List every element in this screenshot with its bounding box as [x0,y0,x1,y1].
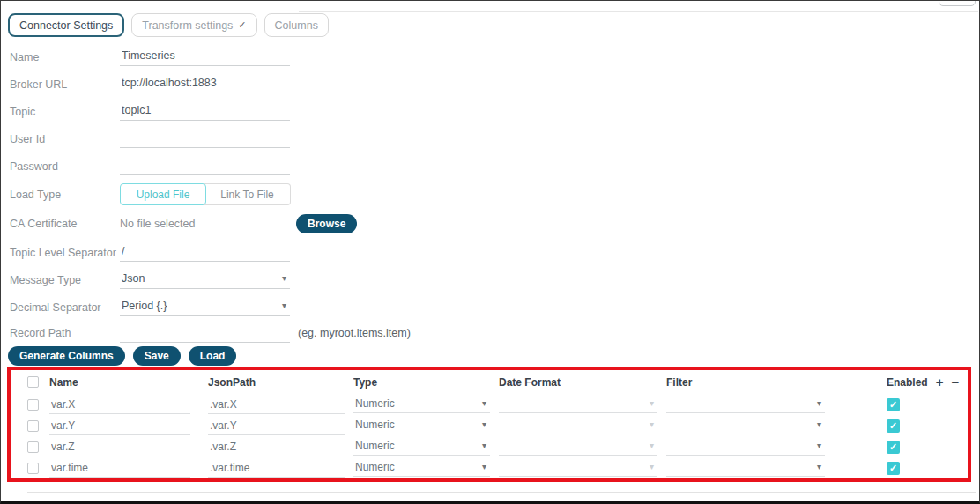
message-type-label: Message Type [10,274,120,286]
checkmark-icon: ✓ [238,19,246,31]
load-type-toggle: Upload File Link To File [120,183,291,205]
row-select-checkbox[interactable] [27,463,39,474]
column-filter-select[interactable]: ▾ [666,397,825,413]
user-id-label: User Id [10,133,120,145]
header-filter: Filter [666,376,887,389]
load-type-link-to-file-option[interactable]: Link To File [204,183,291,205]
tab-columns-label: Columns [275,19,318,32]
enabled-checkbox[interactable]: ✓ [887,419,900,433]
form-row-ca-certificate: CA Certificate No file selected Browse [10,209,627,239]
upload-file-option-label: Upload File [137,189,190,201]
column-jsonpath-input[interactable] [208,461,345,478]
table-row: Numeric ▾ ▾ ▾ ✓ [11,394,968,415]
enabled-checkbox[interactable]: ✓ [887,462,900,475]
chevron-down-icon: ▾ [650,441,654,450]
form-row-topic: Topic [10,98,627,125]
form-row-password: Password [10,152,627,180]
chevron-down-icon: ▾ [650,399,654,408]
password-label: Password [10,160,120,173]
chevron-down-icon: ▾ [482,441,486,450]
column-date-format-select[interactable]: ▾ [499,439,657,456]
row-select-checkbox[interactable] [27,399,39,411]
link-to-file-option-label: Link To File [220,189,273,201]
tab-columns[interactable]: Columns [264,13,329,37]
load-type-label: Load Type [10,189,120,201]
columns-table-header-row: Name JsonPath Type Date Format Filter En… [11,370,968,394]
record-path-input[interactable] [120,324,290,343]
top-divider-line [299,11,978,12]
decimal-separator-value: Period {.} [122,300,167,312]
table-row: Numeric ▾ ▾ ▾ ✓ [11,415,968,436]
column-jsonpath-input[interactable] [208,419,345,435]
column-name-input[interactable] [49,419,190,435]
column-date-format-select[interactable]: ▾ [499,397,657,413]
header-date-format: Date Format [499,376,666,389]
chevron-down-icon: ▾ [817,420,821,429]
column-name-input[interactable] [49,440,190,456]
load-type-upload-file-option[interactable]: Upload File [120,183,206,205]
chevron-down-icon: ▾ [482,399,486,408]
column-type-select[interactable]: Numeric ▾ [353,460,490,477]
broker-url-input[interactable] [120,75,290,93]
password-input[interactable] [120,157,290,175]
column-filter-select[interactable]: ▾ [666,460,825,477]
bottom-divider-line [27,492,976,493]
column-type-select[interactable]: Numeric ▾ [353,397,490,413]
topic-level-separator-input[interactable] [120,243,290,262]
record-path-hint: (eg. myroot.items.item) [298,327,411,339]
header-jsonpath: JsonPath [208,376,353,389]
header-type: Type [353,376,499,389]
ca-certificate-label: CA Certificate [10,218,120,230]
tab-connector-settings[interactable]: Connector Settings [8,13,124,37]
chevron-down-icon: ▾ [282,274,286,283]
column-name-input[interactable] [49,397,190,414]
column-type-select[interactable]: Numeric ▾ [353,439,490,456]
message-type-select[interactable]: Json ▾ [120,271,290,289]
topic-level-separator-label: Topic Level Separator [10,247,120,259]
name-input[interactable] [120,48,290,66]
select-all-checkbox[interactable] [27,376,39,388]
cropped-top-right-button[interactable] [939,0,976,6]
decimal-separator-label: Decimal Separator [10,301,120,314]
chevron-down-icon: ▾ [817,399,821,408]
chevron-down-icon: ▾ [650,420,654,429]
user-id-input[interactable] [120,130,290,148]
tab-connector-settings-label: Connector Settings [19,19,113,32]
column-jsonpath-input[interactable] [208,440,345,456]
column-date-format-select[interactable]: ▾ [499,418,657,434]
chevron-down-icon: ▾ [482,463,486,471]
topic-input[interactable] [120,102,290,121]
connector-settings-page: Connector Settings Transform settings ✓ … [0,0,980,504]
row-select-checkbox[interactable] [27,441,39,453]
ca-certificate-file-status: No file selected [120,218,290,230]
chevron-down-icon: ▾ [817,463,821,471]
header-enabled: Enabled [887,376,928,389]
enabled-checkbox[interactable]: ✓ [887,441,900,454]
browse-button[interactable]: Browse [296,214,357,233]
generate-columns-button[interactable]: Generate Columns [8,346,125,366]
form-row-user-id: User Id [10,125,627,152]
form-row-record-path: Record Path (eg. myroot.items.item) [10,321,627,345]
form-row-broker-url: Broker URL [10,70,627,98]
table-row: Numeric ▾ ▾ ▾ ✓ [11,457,968,478]
tab-transform-settings[interactable]: Transform settings ✓ [131,13,256,37]
chevron-down-icon: ▾ [650,463,654,471]
add-column-icon[interactable]: + [936,375,944,389]
column-jsonpath-input[interactable] [208,397,345,414]
column-filter-select[interactable]: ▾ [666,439,825,456]
row-select-checkbox[interactable] [27,420,39,432]
decimal-separator-select[interactable]: Period {.} ▾ [120,298,290,316]
table-action-buttons: Generate Columns Save Load [8,346,236,366]
column-name-input[interactable] [49,461,190,478]
topic-label: Topic [10,106,120,118]
column-filter-select[interactable]: ▾ [666,418,825,434]
column-type-select[interactable]: Numeric ▾ [353,418,490,434]
save-button[interactable]: Save [133,346,181,366]
remove-column-icon[interactable]: − [951,375,959,389]
message-type-value: Json [122,272,145,285]
chevron-down-icon: ▾ [482,420,486,429]
column-date-format-select[interactable]: ▾ [499,460,657,477]
enabled-checkbox[interactable]: ✓ [887,398,900,411]
chevron-down-icon: ▾ [282,301,286,310]
load-button[interactable]: Load [189,346,237,366]
